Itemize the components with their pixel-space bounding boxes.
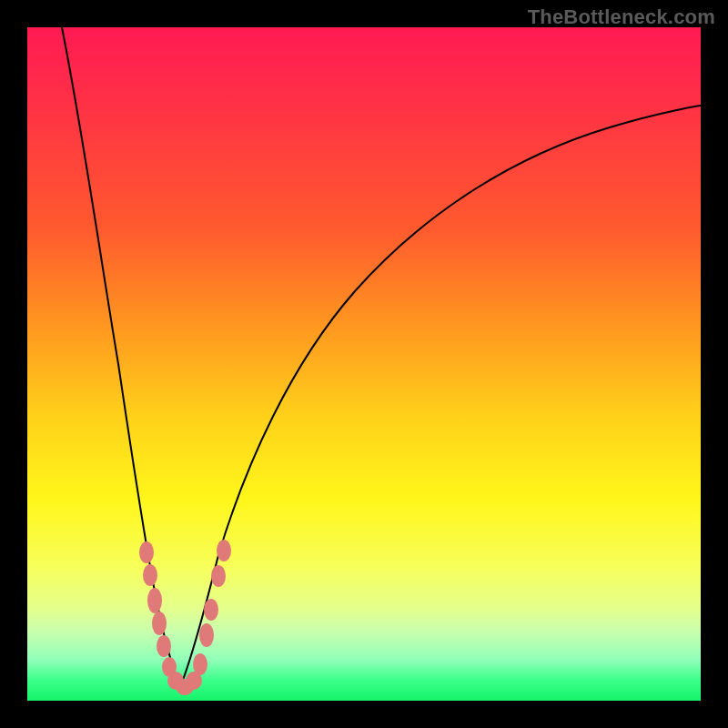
marker-dot — [199, 623, 214, 647]
marker-dot — [147, 588, 162, 613]
marker-dot — [157, 635, 171, 657]
marker-dot — [139, 541, 154, 563]
marker-dot — [204, 599, 218, 621]
chart-frame: TheBottleneck.com — [0, 0, 728, 728]
marker-dot — [211, 565, 226, 587]
marker-dot — [143, 564, 157, 586]
marker-dot — [193, 653, 207, 675]
marker-dot — [152, 612, 167, 635]
marker-dot — [217, 540, 231, 561]
brand-watermark: TheBottleneck.com — [528, 5, 715, 29]
left-branch-curve — [62, 27, 180, 687]
curve-canvas — [27, 27, 701, 701]
right-branch-curve — [180, 106, 701, 687]
plot-area — [27, 27, 701, 701]
